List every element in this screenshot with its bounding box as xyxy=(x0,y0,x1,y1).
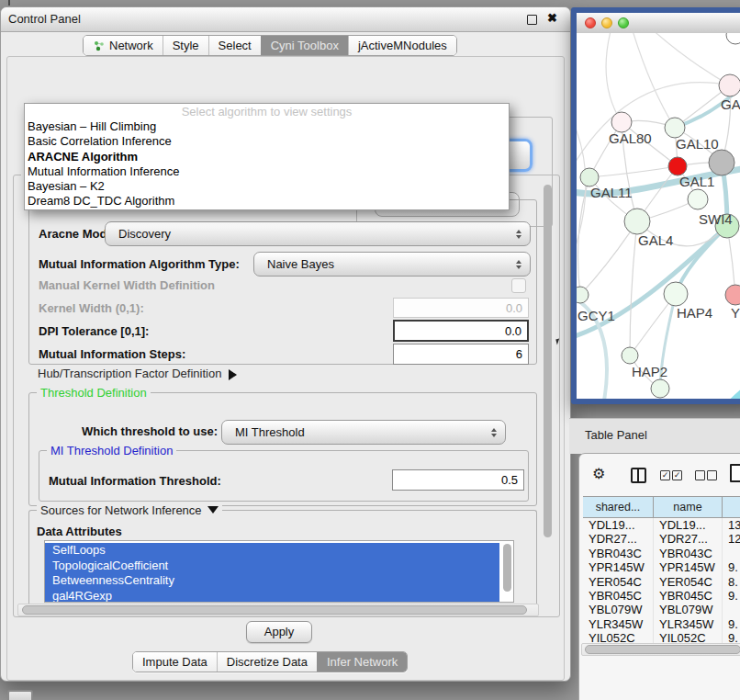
table-row[interactable]: YBR043CYBR043C xyxy=(583,547,740,560)
table-row[interactable]: YER054CYER054C8. xyxy=(583,575,740,589)
column-header-shared[interactable]: shared... xyxy=(583,497,654,517)
expander-expanded-icon[interactable] xyxy=(207,506,219,514)
zoom-button[interactable] xyxy=(618,17,629,28)
graph-node-gcy1[interactable] xyxy=(577,287,589,303)
mi-threshold-field[interactable]: 0.5 xyxy=(392,469,524,491)
tab-select[interactable]: Select xyxy=(208,36,261,55)
graph-node-swi4[interactable] xyxy=(688,189,708,209)
attribute-item-gal4rgexp[interactable]: gal4RGexp xyxy=(45,589,499,604)
mi-steps-field[interactable]: 6 xyxy=(393,344,529,365)
network-canvas[interactable]: GALGAL80GAL10GAL1GAL11SWI4GAL4GCY1HAP4YH… xyxy=(577,33,740,399)
tab-infer-network[interactable]: Infer Network xyxy=(317,652,407,672)
graph-node[interactable] xyxy=(709,150,734,175)
deselect-all-icon[interactable] xyxy=(695,470,705,480)
dropdown-item-mutual-information-inference[interactable]: Mutual Information Inference xyxy=(25,164,509,179)
graph-node-gal11[interactable] xyxy=(580,168,599,186)
attributes-list-scrollbar[interactable] xyxy=(503,544,511,592)
hub-definition-expander[interactable]: Hub/Transcription Factor Definition xyxy=(38,367,237,380)
graph-node[interactable] xyxy=(726,33,740,44)
graph-edge xyxy=(630,221,637,356)
tab-network[interactable]: Network xyxy=(84,36,163,55)
cyni-algorithm-settings-group: Cyni Algorithm Settings Algorithm Defini… xyxy=(13,175,560,617)
attribute-item-selfloops[interactable]: SelfLoops xyxy=(45,543,499,559)
file-icon[interactable] xyxy=(730,464,740,482)
table-hscroll-thumb[interactable] xyxy=(585,645,740,654)
tab-label: Cyni Toolbox xyxy=(271,39,339,52)
tab-style[interactable]: Style xyxy=(163,36,208,55)
settings-vertical-scrollbar[interactable] xyxy=(544,185,552,537)
graph-node-y[interactable] xyxy=(725,285,740,305)
cell-value: 13 xyxy=(723,518,740,532)
control-panel-title: Control Panel xyxy=(8,7,81,31)
attribute-item-betweennesscentrality[interactable]: BetweennessCentrality xyxy=(45,573,499,589)
float-window-icon[interactable] xyxy=(527,15,537,25)
network-graph[interactable]: GALGAL80GAL10GAL1GAL11SWI4GAL4GCY1HAP4YH… xyxy=(577,33,740,399)
kernel-width-field[interactable]: 0.0 xyxy=(393,298,529,318)
data-attributes-label: Data Attributes xyxy=(37,525,122,538)
settings-hscroll-thumb[interactable] xyxy=(22,605,527,615)
graph-node-gal4[interactable] xyxy=(624,209,650,234)
tab-impute-data[interactable]: Impute Data xyxy=(133,652,217,672)
stepper-arrows-icon xyxy=(516,260,521,269)
stepper-arrows-icon xyxy=(491,428,497,437)
table-row[interactable]: YBR045CYBR045C9. xyxy=(583,589,740,603)
select-all-icon[interactable]: ✓ xyxy=(660,470,670,480)
column-header-a[interactable]: A xyxy=(723,497,740,517)
select-all-icon[interactable]: ✓ xyxy=(672,470,682,480)
minimize-button[interactable] xyxy=(601,17,612,28)
settings-horizontal-scrollbar[interactable] xyxy=(17,604,539,616)
tab-jactivemnodules[interactable]: jActiveMNodules xyxy=(348,36,456,55)
aracne-mode-select[interactable]: Discovery xyxy=(105,221,531,246)
graph-node-gal1[interactable] xyxy=(668,157,687,175)
table-horizontal-scrollbar[interactable] xyxy=(581,643,740,656)
mi-type-select[interactable]: Naive Bayes xyxy=(253,252,531,277)
table-body: YDL19...YDL19...13YDR27...YDR27...12YBR0… xyxy=(583,518,740,646)
graph-edge xyxy=(676,226,727,294)
tab-discretize-data[interactable]: Discretize Data xyxy=(217,652,317,672)
table-row[interactable]: YPR145WYPR145W9. xyxy=(583,560,740,574)
network-icon xyxy=(93,40,105,51)
minimized-window-icon[interactable] xyxy=(7,690,33,700)
expander-collapsed-icon[interactable] xyxy=(229,369,237,380)
cell-value xyxy=(723,603,740,616)
control-panel-titlebar[interactable]: Control Panel ✖ xyxy=(1,7,570,32)
table-row[interactable]: YDR27...YDR27...12 xyxy=(583,532,740,546)
graph-node-gal80[interactable] xyxy=(611,112,632,132)
tab-cyni-toolbox[interactable]: Cyni Toolbox xyxy=(261,36,348,55)
graph-node-hap2[interactable] xyxy=(622,347,638,364)
dropdown-item-basic-correlation-inference[interactable]: Basic Correlation Inference xyxy=(25,134,509,149)
table-row[interactable]: YBL079WYBL079W xyxy=(583,603,740,616)
graph-node[interactable] xyxy=(651,379,669,398)
cell-shared: YBL079W xyxy=(583,603,654,616)
manual-kernel-checkbox[interactable] xyxy=(511,278,526,293)
dropdown-item-bayesian-hill-climbing[interactable]: Bayesian – Hill Climbing xyxy=(25,119,509,134)
split-view-icon[interactable] xyxy=(631,468,646,483)
graph-node-label: HAP4 xyxy=(677,305,712,321)
dpi-tolerance-field[interactable]: 0.0 xyxy=(393,320,529,342)
graph-edge xyxy=(589,166,678,177)
graph-node-hap4[interactable] xyxy=(664,282,688,306)
table-row[interactable]: YLR345WYLR345W9. xyxy=(583,617,740,631)
table-row[interactable]: YDL19...YDL19...13 xyxy=(583,518,740,532)
aracne-mode-value: Discovery xyxy=(106,227,171,241)
deselect-all-icon[interactable] xyxy=(707,470,717,480)
dropdown-placeholder: Select algorithm to view settings xyxy=(25,104,509,119)
control-panel-content: Select algorithm to view settings Bayesi… xyxy=(6,56,565,681)
graph-node-gal10[interactable] xyxy=(665,118,685,138)
close-panel-icon[interactable]: ✖ xyxy=(547,11,557,25)
attribute-item-topologicalcoefficient[interactable]: TopologicalCoefficient xyxy=(45,559,499,574)
gear-icon[interactable]: ⚙ xyxy=(592,465,605,482)
dropdown-item-aracne-algorithm[interactable]: ARACNE Algorithm xyxy=(25,150,509,164)
table-panel: ⚙ ✓ ✓ shared...nameA YDL19...YDL19...13Y… xyxy=(578,453,740,700)
algorithm-definition-group: Algorithm Definition Aracne Mode: Discov… xyxy=(28,199,537,365)
graph-node-gal[interactable] xyxy=(719,74,740,96)
which-threshold-select[interactable]: MI Threshold xyxy=(221,420,506,445)
kernel-width-value: 0.0 xyxy=(506,301,522,315)
dropdown-item-bayesian-k2[interactable]: Bayesian – K2 xyxy=(25,179,509,194)
graph-edge xyxy=(632,33,675,128)
apply-button[interactable]: Apply xyxy=(246,621,312,643)
dropdown-item-dream8-dc-tdc-algorithm[interactable]: Dream8 DC_TDC Algorithm xyxy=(25,194,509,209)
column-header-name[interactable]: name xyxy=(654,497,723,517)
close-button[interactable] xyxy=(585,17,596,28)
network-window-titlebar[interactable] xyxy=(577,13,740,34)
